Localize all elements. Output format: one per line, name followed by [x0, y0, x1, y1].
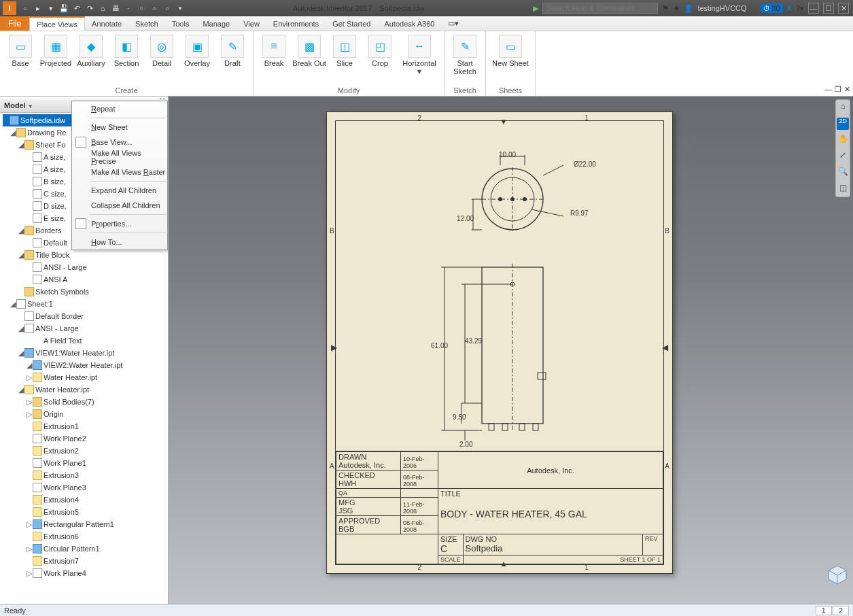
context-menu-item[interactable]: Base View... — [72, 135, 167, 150]
redo-icon[interactable]: ↷ — [84, 3, 95, 14]
tree-node[interactable]: Extrusion7 — [3, 555, 168, 567]
print-icon[interactable]: 🖶 — [110, 3, 121, 14]
help-search-input[interactable] — [542, 3, 658, 14]
context-menu-item[interactable]: Collapse All Children — [72, 198, 167, 213]
section-button[interactable]: ◧Section — [109, 33, 144, 67]
twisty-icon[interactable]: ◢ — [10, 129, 16, 137]
badge-2d-icon[interactable]: 2D — [837, 118, 849, 130]
qat-extra1-icon[interactable]: ▫ — [136, 3, 147, 14]
twisty-icon[interactable]: ◢ — [10, 300, 16, 309]
tab-extra-icon[interactable]: ▭▾ — [441, 16, 466, 31]
tree-node[interactable]: ◢Title Block — [3, 249, 168, 261]
twisty-icon[interactable]: ◢ — [18, 141, 24, 150]
zoom-in-icon[interactable]: 🔍 — [837, 167, 849, 179]
home-view-icon[interactable]: ⌂ — [837, 101, 849, 114]
tab-annotate[interactable]: Annotate — [85, 16, 128, 31]
close-button[interactable]: ✕ — [838, 3, 849, 14]
page-tab[interactable]: 1 — [816, 606, 832, 615]
star-icon[interactable]: ★ — [673, 4, 680, 13]
new-icon[interactable]: ▫ — [20, 3, 31, 14]
minimize-button[interactable]: — — [808, 3, 819, 14]
twisty-icon[interactable]: ◢ — [18, 386, 24, 394]
tree-node[interactable]: Extrusion1 — [3, 420, 168, 432]
twisty-icon[interactable]: ◢ — [18, 251, 24, 260]
tree-node[interactable]: Extrusion3 — [3, 469, 168, 481]
exchange-icon[interactable]: X — [787, 4, 792, 12]
context-menu-item[interactable]: Expand All Children — [72, 183, 167, 198]
home-icon[interactable]: ⌂ — [97, 3, 108, 14]
tab-place-views[interactable]: Place Views — [29, 16, 85, 31]
tree-node[interactable]: Default Border — [3, 310, 168, 322]
draft-button[interactable]: ✎Draft — [215, 33, 250, 67]
tab-a360[interactable]: Autodesk A360 — [377, 16, 441, 31]
chevron-down-icon[interactable]: ▼ — [175, 3, 186, 14]
zoom-window-icon[interactable]: ◫ — [837, 183, 849, 195]
overlay-button[interactable]: ▣Overlay — [179, 33, 215, 67]
page-tab[interactable]: 2 — [833, 606, 849, 615]
twisty-icon[interactable]: ◢ — [18, 349, 24, 358]
new-sheet-button[interactable]: ▭New Sheet — [489, 33, 532, 67]
detail-button[interactable]: ◎Detail — [144, 33, 179, 67]
context-menu-item[interactable]: Properties... — [72, 216, 167, 231]
twisty-icon[interactable]: ◢ — [26, 361, 33, 370]
tree-node[interactable]: ◢VIEW1:Water Heater.ipt — [3, 347, 168, 359]
tree-node[interactable]: ◢Water Heater.ipt — [3, 383, 168, 396]
context-menu[interactable]: RepeatNew SheetBase View...Make All View… — [71, 101, 168, 250]
base-button[interactable]: ▭Base — [3, 33, 38, 67]
maximize-button[interactable]: ☐ — [823, 3, 834, 14]
drawing-sheet[interactable]: 2 1 ▼ B A B A ◀ ▶ 2 1 ▲ — [326, 112, 673, 574]
open-dropdown-icon[interactable]: ▾ — [46, 3, 56, 14]
tree-node[interactable]: ◢Sheet:1 — [3, 298, 168, 310]
twisty-icon[interactable]: ◢ — [18, 324, 24, 333]
twisty-icon[interactable]: ▷ — [26, 545, 33, 553]
mdi-close-icon[interactable]: ✕ — [844, 85, 850, 94]
slice-button[interactable]: ◫Slice — [327, 33, 362, 75]
horizontal-button[interactable]: ↔Horizontal▼ — [398, 33, 441, 75]
pan-icon[interactable]: ✋ — [837, 134, 849, 146]
tree-node[interactable]: ▷Origin — [3, 408, 168, 420]
file-tab[interactable]: File — [0, 16, 29, 31]
mdi-minimize-icon[interactable]: — — [824, 85, 832, 94]
twisty-icon[interactable]: ▷ — [26, 398, 33, 407]
twisty-icon[interactable]: ▷ — [26, 569, 33, 578]
tab-environments[interactable]: Environments — [266, 16, 326, 31]
tree-node[interactable]: ANSI A — [3, 273, 168, 286]
app-icon[interactable]: I — [3, 1, 16, 15]
tab-view[interactable]: View — [237, 16, 266, 31]
tree-node[interactable]: ▷Circular Pattern1 — [3, 543, 168, 555]
user-name[interactable]: testingHVCCQ — [697, 4, 746, 12]
tree-node[interactable]: ◢ANSI - Large — [3, 322, 168, 335]
tab-get-started[interactable]: Get Started — [326, 16, 377, 31]
user-icon[interactable]: 👤 — [684, 4, 693, 13]
chevron-down-icon[interactable]: ▼ — [28, 103, 33, 109]
tree-node[interactable]: ▷Water Heater.ipt — [3, 371, 168, 383]
tree-node[interactable]: ▷Solid Bodies(7) — [3, 396, 168, 408]
tree-node[interactable]: ▷Work Plane4 — [3, 567, 168, 579]
undo-icon[interactable]: ↶ — [71, 3, 82, 14]
projected-button[interactable]: ▦Projected — [38, 33, 73, 67]
break-button[interactable]: ≡Break — [256, 33, 292, 75]
twisty-icon[interactable]: ◢ — [18, 226, 24, 235]
mdi-restore-icon[interactable]: ❐ — [835, 85, 841, 94]
start-sketch-button[interactable]: ✎Start Sketch — [447, 33, 483, 75]
crop-button[interactable]: ◰Crop — [362, 33, 398, 75]
break-out-button[interactable]: ▩Break Out — [292, 33, 327, 75]
tree-node[interactable]: Sketch Symbols — [3, 286, 168, 298]
help-icon[interactable]: ?▾ — [796, 4, 804, 13]
tree-node[interactable]: ▷Rectangular Pattern1 — [3, 518, 168, 530]
tree-node[interactable]: A Field Text — [3, 335, 168, 347]
auxiliary-button[interactable]: ◆Auxiliary — [73, 33, 109, 67]
tree-node[interactable]: ◢VIEW2:Water Heater.ipt — [3, 359, 168, 371]
twisty-icon[interactable]: ▷ — [26, 520, 33, 529]
tab-tools[interactable]: Tools — [165, 16, 196, 31]
drawing-canvas[interactable]: — ❐ ✕ 2 1 ▼ B A B A ◀ ▶ 2 1 ▲ — [169, 97, 853, 604]
tree-node[interactable]: Extrusion4 — [3, 494, 168, 506]
tree-node[interactable]: Work Plane2 — [3, 432, 168, 445]
tree-node[interactable]: ANSI - Large — [3, 261, 168, 273]
open-icon[interactable]: ▸ — [33, 3, 43, 14]
credits-badge[interactable]: ⏱ 30 — [761, 3, 783, 13]
tab-manage[interactable]: Manage — [196, 16, 237, 31]
save-icon[interactable]: 💾 — [58, 3, 69, 14]
play-icon[interactable]: ▶ — [533, 4, 538, 13]
twisty-icon[interactable]: ▷ — [26, 373, 33, 382]
